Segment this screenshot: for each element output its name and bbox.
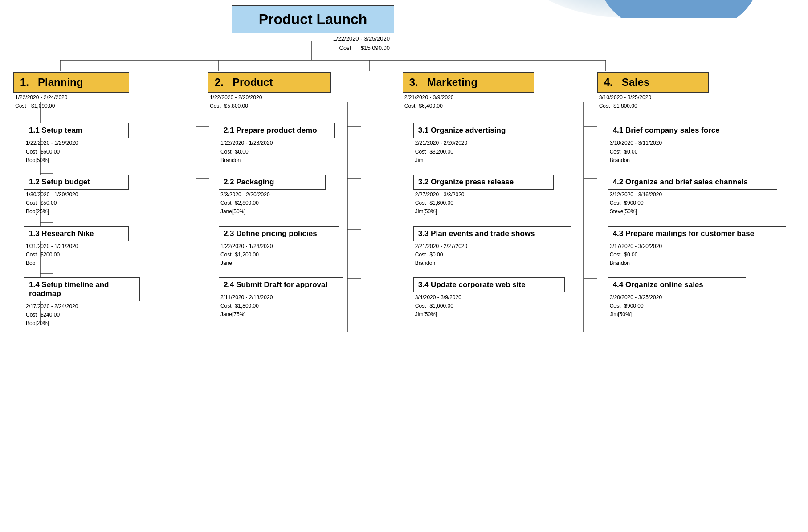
task-4-2-info: 3/12/2020 - 3/16/2020 Cost$900.00 Steve[… bbox=[608, 190, 777, 218]
column-marketing: 3. Marketing 2/21/2020 - 3/9/2020 Cost$6… bbox=[393, 72, 588, 330]
task-3-1-info: 2/21/2020 - 2/26/2020 Cost$3,200.00 Jim bbox=[413, 138, 547, 167]
task-1-4: 1.4 Setup timeline and roadmap 2/17/2020… bbox=[24, 277, 140, 330]
task-4-4-info: 3/20/2020 - 3/25/2020 Cost$900.00 Jim[50… bbox=[608, 292, 746, 321]
product-number: 2. bbox=[215, 76, 224, 88]
task-2-4-title: 2.4 Submit Draft for approval bbox=[219, 277, 343, 292]
task-2-3-info: 1/22/2020 - 1/24/2020 Cost$1,200.00 Jane bbox=[219, 241, 339, 270]
planning-title: Planning bbox=[38, 76, 83, 88]
task-4-3-info: 3/17/2020 - 3/20/2020 Cost$0.00 Brandon bbox=[608, 241, 786, 270]
sales-header: 4. Sales bbox=[597, 72, 709, 93]
marketing-header-wrapper: 3. Marketing 2/21/2020 - 3/9/2020 Cost$6… bbox=[403, 72, 534, 110]
task-2-3-title: 2.3 Define pricing policies bbox=[219, 226, 339, 241]
root-date: 1/22/2020 - 3/25/2020 bbox=[232, 34, 390, 44]
task-2-2: 2.2 Packaging 2/3/2020 - 2/20/2020 Cost$… bbox=[219, 175, 326, 218]
task-1-4-title: 1.4 Setup timeline and roadmap bbox=[24, 277, 140, 301]
column-product: 2. Product 1/22/2020 - 2/20/2020 Cost$5,… bbox=[198, 72, 393, 330]
root-info: 1/22/2020 - 3/25/2020 Cost $15,090.00 bbox=[232, 34, 394, 53]
person-svg bbox=[461, 0, 808, 18]
task-1-3-title: 1.3 Research Nike bbox=[24, 226, 129, 241]
task-3-2-title: 3.2 Organize press release bbox=[413, 175, 554, 190]
task-1-3-info: 1/31/2020 - 1/31/2020 Cost$200.00 Bob bbox=[24, 241, 129, 270]
task-4-4: 4.4 Organize online sales 3/20/2020 - 3/… bbox=[608, 277, 746, 321]
root-node: Product Launch 1/22/2020 - 3/25/2020 Cos… bbox=[232, 5, 394, 53]
task-3-4-title: 3.4 Update corporate web site bbox=[413, 277, 565, 292]
root-title: Product Launch bbox=[232, 5, 394, 33]
task-4-1-title: 4.1 Brief company sales force bbox=[608, 123, 768, 138]
task-4-1-info: 3/10/2020 - 3/11/2020 Cost$0.00 Brandon bbox=[608, 138, 768, 167]
task-1-4-info: 2/17/2020 - 2/24/2020 Cost$240.00 Bob[20… bbox=[24, 301, 140, 330]
root-cost-label: Cost bbox=[339, 45, 351, 51]
planning-header-wrapper: 1. Planning 1/22/2020 - 2/24/2020 Cost $… bbox=[13, 72, 129, 110]
task-2-2-info: 2/3/2020 - 2/20/2020 Cost$2,800.00 Jane[… bbox=[219, 190, 326, 218]
task-1-1-info: 1/22/2020 - 1/29/2020 Cost$600.00 Bob[50… bbox=[24, 138, 129, 167]
product-header-wrapper: 2. Product 1/22/2020 - 2/20/2020 Cost$5,… bbox=[208, 72, 331, 110]
task-4-2: 4.2 Organize and brief sales channels 3/… bbox=[608, 175, 777, 218]
task-3-3-info: 2/21/2020 - 2/27/2020 Cost$0.00 Brandon bbox=[413, 241, 571, 270]
sales-title: Sales bbox=[622, 76, 650, 88]
columns-wrapper: 1. Planning 1/22/2020 - 2/24/2020 Cost $… bbox=[4, 72, 801, 330]
product-header-info: 1/22/2020 - 2/20/2020 Cost$5,800.00 bbox=[208, 93, 331, 110]
sales-header-info: 3/10/2020 - 3/25/2020 Cost$1,800.00 bbox=[597, 93, 709, 110]
column-sales: 4. Sales 3/10/2020 - 3/25/2020 Cost$1,80… bbox=[588, 72, 801, 330]
task-4-4-title: 4.4 Organize online sales bbox=[608, 277, 746, 292]
planning-date: 1/22/2020 - 2/24/2020 bbox=[15, 93, 129, 102]
diagram-container: Product Launch 1/22/2020 - 3/25/2020 Cos… bbox=[0, 0, 808, 18]
planning-header-info: 1/22/2020 - 2/24/2020 Cost $1,090.00 bbox=[13, 93, 129, 110]
task-3-4-info: 3/4/2020 - 3/9/2020 Cost$1,600.00 Jim[50… bbox=[413, 292, 565, 321]
task-3-2-info: 2/27/2020 - 3/3/2020 Cost$1,600.00 Jim[5… bbox=[413, 190, 554, 218]
task-2-1-info: 1/22/2020 - 1/28/2020 Cost$0.00 Brandon bbox=[219, 138, 335, 167]
task-4-3-title: 4.3 Prepare mailings for customer base bbox=[608, 226, 786, 241]
root-cost-value: $15,090.00 bbox=[361, 45, 390, 51]
marketing-title: Marketing bbox=[427, 76, 477, 88]
task-1-1-title: 1.1 Setup team bbox=[24, 123, 129, 138]
task-2-3: 2.3 Define pricing policies 1/22/2020 - … bbox=[219, 226, 339, 270]
task-2-4: 2.4 Submit Draft for approval 2/11/2020 … bbox=[219, 277, 343, 321]
task-1-2-title: 1.2 Setup budget bbox=[24, 175, 129, 190]
task-1-3: 1.3 Research Nike 1/31/2020 - 1/31/2020 … bbox=[24, 226, 129, 270]
task-4-2-title: 4.2 Organize and brief sales channels bbox=[608, 175, 777, 190]
task-4-1: 4.1 Brief company sales force 3/10/2020 … bbox=[608, 123, 768, 167]
sales-number: 4. bbox=[604, 76, 613, 88]
task-3-2: 3.2 Organize press release 2/27/2020 - 3… bbox=[413, 175, 554, 218]
planning-header: 1. Planning bbox=[13, 72, 129, 93]
planning-number: 1. bbox=[20, 76, 29, 88]
task-2-1: 2.1 Prepare product demo 1/22/2020 - 1/2… bbox=[219, 123, 335, 167]
task-2-1-title: 2.1 Prepare product demo bbox=[219, 123, 335, 138]
task-3-4: 3.4 Update corporate web site 3/4/2020 -… bbox=[413, 277, 565, 321]
svg-point-31 bbox=[599, 0, 759, 18]
task-1-1: 1.1 Setup team 1/22/2020 - 1/29/2020 Cos… bbox=[24, 123, 129, 167]
column-planning: 1. Planning 1/22/2020 - 2/24/2020 Cost $… bbox=[4, 72, 198, 330]
product-title: Product bbox=[233, 76, 273, 88]
marketing-number: 3. bbox=[409, 76, 418, 88]
product-header: 2. Product bbox=[208, 72, 331, 93]
task-1-2: 1.2 Setup budget 1/30/2020 - 1/30/2020 C… bbox=[24, 175, 129, 218]
task-1-2-info: 1/30/2020 - 1/30/2020 Cost$50.00 Bob[25%… bbox=[24, 190, 129, 218]
task-3-1-title: 3.1 Organize advertising bbox=[413, 123, 547, 138]
planning-cost: Cost $1,090.00 bbox=[15, 102, 129, 110]
person-illustration bbox=[452, 0, 808, 18]
task-3-3: 3.3 Plan events and trade shows 2/21/202… bbox=[413, 226, 571, 270]
task-3-3-title: 3.3 Plan events and trade shows bbox=[413, 226, 571, 241]
task-3-1: 3.1 Organize advertising 2/21/2020 - 2/2… bbox=[413, 123, 547, 167]
task-4-3: 4.3 Prepare mailings for customer base 3… bbox=[608, 226, 786, 270]
marketing-header: 3. Marketing bbox=[403, 72, 534, 93]
marketing-header-info: 2/21/2020 - 3/9/2020 Cost$6,400.00 bbox=[403, 93, 534, 110]
task-2-2-title: 2.2 Packaging bbox=[219, 175, 326, 190]
task-2-4-info: 2/11/2020 - 2/18/2020 Cost$1,800.00 Jane… bbox=[219, 292, 343, 321]
sales-header-wrapper: 4. Sales 3/10/2020 - 3/25/2020 Cost$1,80… bbox=[597, 72, 709, 110]
root-cost: Cost $15,090.00 bbox=[232, 44, 390, 53]
